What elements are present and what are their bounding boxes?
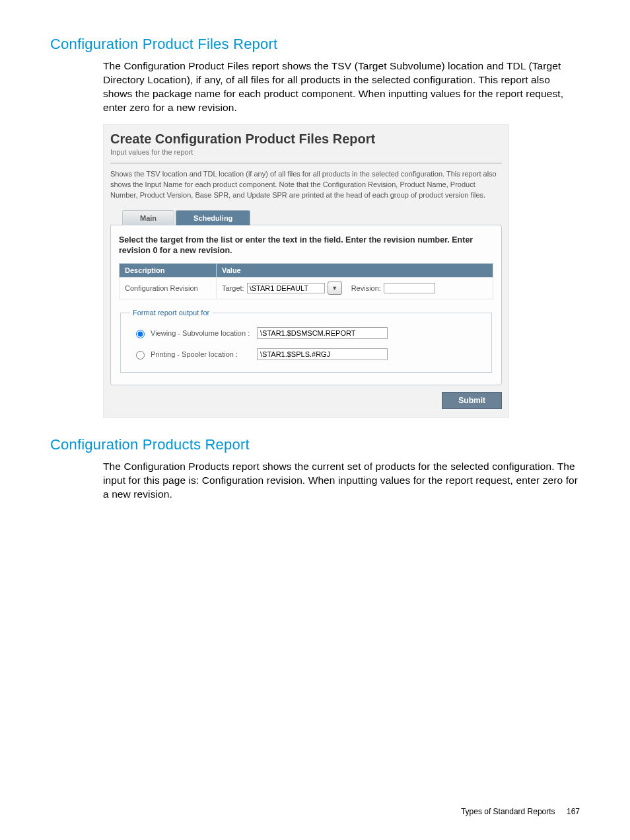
chevron-down-icon: ▼: [332, 285, 337, 291]
section1-heading: Configuration Product Files Report: [50, 36, 580, 53]
printing-location-input[interactable]: [257, 348, 388, 360]
viewing-label: Viewing - Subvolume location :: [151, 329, 250, 337]
tab-main[interactable]: Main: [122, 210, 174, 225]
panel-description: Shows the TSV location and TDL location …: [110, 169, 502, 201]
page-footer: Types of Standard Reports 167: [461, 807, 580, 816]
target-label: Target:: [222, 284, 244, 292]
report-panel: Create Configuration Product Files Repor…: [103, 124, 509, 418]
instruction-text: Select the target from the list or enter…: [119, 235, 493, 257]
tab-body: Select the target from the list or enter…: [110, 225, 502, 386]
revision-label: Revision:: [351, 284, 381, 292]
viewing-location-input[interactable]: [257, 327, 388, 339]
format-legend: Format report output for: [130, 309, 212, 317]
printing-label: Printing - Spooler location :: [151, 350, 238, 358]
viewing-radio[interactable]: [136, 330, 145, 338]
panel-title: Create Configuration Product Files Repor…: [110, 132, 502, 147]
revision-input[interactable]: [384, 283, 435, 293]
tabs: Main Scheduling: [122, 210, 502, 225]
submit-row: Submit: [110, 392, 502, 409]
footer-page-number: 167: [567, 807, 580, 816]
footer-label: Types of Standard Reports: [461, 807, 555, 816]
config-table: Description Value Configuration Revision…: [119, 263, 493, 299]
target-dropdown[interactable]: ▼: [328, 282, 342, 295]
section2-heading: Configuration Products Report: [50, 436, 580, 453]
col-header-value: Value: [217, 264, 493, 278]
panel-subtitle: Input values for the report: [110, 148, 502, 156]
table-row: Configuration Revision Target: ▼ Revisio…: [120, 278, 493, 299]
divider: [110, 163, 502, 164]
viewing-row: Viewing - Subvolume location :: [133, 327, 482, 339]
printing-row: Printing - Spooler location :: [133, 348, 482, 360]
col-header-description: Description: [120, 264, 217, 278]
submit-button[interactable]: Submit: [442, 392, 502, 409]
row-description: Configuration Revision: [120, 278, 217, 299]
row-value: Target: ▼ Revision:: [217, 278, 493, 299]
format-group: Format report output for Viewing - Subvo…: [120, 309, 492, 373]
target-input[interactable]: [247, 283, 325, 293]
section2-paragraph: The Configuration Products report shows …: [50, 460, 580, 502]
tab-scheduling[interactable]: Scheduling: [176, 210, 250, 225]
printing-radio[interactable]: [136, 351, 145, 360]
section1-paragraph: The Configuration Product Files report s…: [50, 59, 580, 115]
